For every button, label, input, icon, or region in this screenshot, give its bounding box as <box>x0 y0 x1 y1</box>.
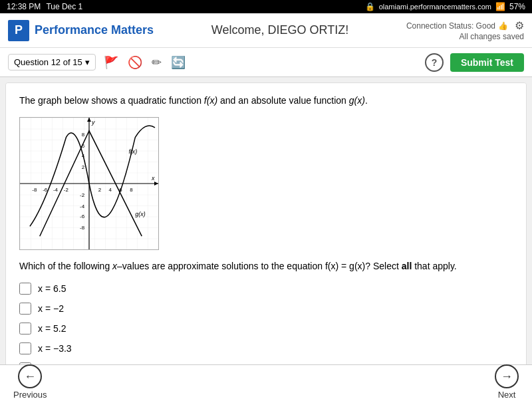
answer-choices: x = 6.5 x = −2 x = 5.2 x = −3.3 x = 2 <box>19 283 513 368</box>
next-label: Next <box>498 390 516 399</box>
fx-graph-label: f(x) <box>128 148 137 155</box>
next-button[interactable]: → Next <box>495 364 519 399</box>
refresh-button[interactable]: 🔄 <box>170 54 187 71</box>
checkbox-3[interactable] <box>19 323 31 334</box>
site-label: olamiami.performancematters.com <box>379 3 491 11</box>
wifi-icon: 📶 <box>495 2 505 11</box>
thumb-icon: 👍 <box>498 21 508 31</box>
graph-area: -8 -6 -4 -2 2 4 6 8 8 6 4 2 -2 -4 -6 -8 … <box>19 117 159 250</box>
choice-1: x = 6.5 <box>19 283 513 295</box>
previous-button[interactable]: ← Previous <box>13 364 47 399</box>
status-time: 12:38 PM <box>7 2 41 11</box>
app-header: P Performance Matters Welcome, DIEGO ORT… <box>0 13 532 48</box>
app-name: Performance Matters <box>35 23 154 37</box>
toolbar-icons: 🚩 🚫 ✏ 🔄 <box>102 54 187 71</box>
checkbox-2[interactable] <box>19 303 31 315</box>
battery-label: 57% <box>509 2 525 11</box>
next-arrow-icon: → <box>501 370 513 384</box>
y-axis-label: y <box>91 119 95 126</box>
clear-button[interactable]: 🚫 <box>126 54 144 71</box>
x-axis-label: x <box>151 175 155 182</box>
dropdown-icon: ▾ <box>85 57 90 67</box>
status-bar: 12:38 PM Tue Dec 1 🔒 olamiami.performanc… <box>0 0 532 13</box>
lock-icon: 🔒 <box>365 2 375 11</box>
x-label-neg8: -8 <box>32 187 37 193</box>
x-label-neg2: -2 <box>64 187 68 193</box>
graph-svg: -8 -6 -4 -2 2 4 6 8 8 6 4 2 -2 -4 -6 -8 … <box>20 118 158 249</box>
checkbox-1[interactable] <box>19 283 31 295</box>
toolbar-left: Question 12 of 15 ▾ 🚩 🚫 ✏ 🔄 <box>8 54 187 71</box>
y-label-2: 2 <box>82 164 84 170</box>
logo-area: P Performance Matters <box>8 20 154 41</box>
fx-label: f(x) <box>204 95 217 106</box>
choice-4: x = −3.3 <box>19 342 513 354</box>
choice-label-2[interactable]: x = −2 <box>38 303 64 314</box>
footer: ← Previous → Next <box>0 364 532 399</box>
x-label-4: 4 <box>108 187 112 193</box>
flag-button[interactable]: 🚩 <box>102 54 120 71</box>
y-label-neg2: -2 <box>80 192 84 198</box>
help-button[interactable]: ? <box>425 53 444 72</box>
gx-label: g(x) <box>349 95 365 106</box>
question-label: Question 12 of 15 <box>14 57 82 67</box>
x-label-2: 2 <box>98 187 101 193</box>
toolbar: Question 12 of 15 ▾ 🚩 🚫 ✏ 🔄 ? Submit Tes… <box>0 48 532 77</box>
welcome-text: Welcome, DIEGO ORTIZ! <box>211 23 348 37</box>
next-arrow-circle: → <box>495 364 519 388</box>
prev-arrow-icon: ← <box>24 370 36 384</box>
checkbox-4[interactable] <box>19 342 31 354</box>
choice-2: x = −2 <box>19 303 513 315</box>
y-label-neg4: -4 <box>80 203 85 209</box>
toolbar-right: ? Submit Test <box>425 53 524 72</box>
choice-label-3[interactable]: x = 5.2 <box>38 323 66 334</box>
choice-3: x = 5.2 <box>19 323 513 334</box>
x-label-neg4: -4 <box>53 187 59 193</box>
question-selector[interactable]: Question 12 of 15 ▾ <box>8 54 96 70</box>
submit-test-button[interactable]: Submit Test <box>450 53 524 72</box>
choice-label-4[interactable]: x = −3.3 <box>38 343 72 354</box>
pencil-button[interactable]: ✏ <box>150 54 163 71</box>
y-label-neg8: -8 <box>80 225 85 231</box>
choice-label-1[interactable]: x = 6.5 <box>38 283 66 294</box>
y-label-8: 8 <box>82 132 85 138</box>
gx-graph-label: g(x) <box>135 211 145 218</box>
x-label-8: 8 <box>130 187 133 193</box>
connection-status: Connection Status: Good 👍 ⚙ <box>406 19 524 32</box>
previous-label: Previous <box>13 390 47 399</box>
status-date: Tue Dec 1 <box>46 2 82 11</box>
header-right: Connection Status: Good 👍 ⚙ All changes … <box>406 19 524 41</box>
y-label-neg6: -6 <box>80 213 85 219</box>
question-description: The graph below shows a quadratic functi… <box>19 94 513 108</box>
main-content: The graph below shows a quadratic functi… <box>5 82 527 368</box>
which-text: Which of the following x–values are appr… <box>19 259 513 273</box>
settings-button[interactable]: ⚙ <box>515 19 524 32</box>
saved-status: All changes saved <box>460 32 524 41</box>
prev-arrow-circle: ← <box>18 364 42 388</box>
logo-icon: P <box>8 20 29 41</box>
